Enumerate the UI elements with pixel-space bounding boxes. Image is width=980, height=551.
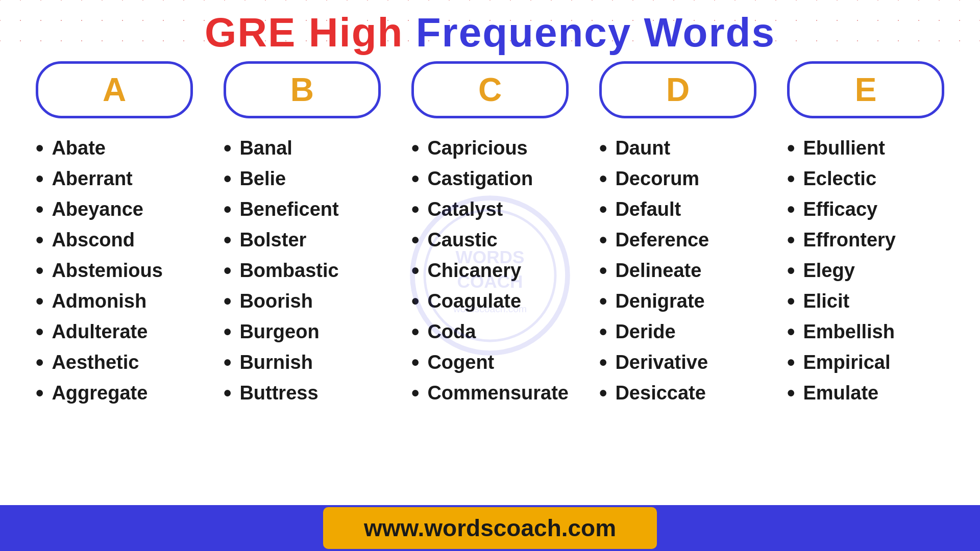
word-text: Adulterate bbox=[52, 321, 148, 343]
word-text: Desiccate bbox=[615, 382, 705, 404]
list-item: Capricious bbox=[411, 133, 569, 163]
footer-bar: www.wordscoach.com bbox=[0, 505, 980, 551]
list-item: Caustic bbox=[411, 224, 569, 255]
word-text: Commensurate bbox=[427, 382, 569, 404]
word-text: Abstemious bbox=[52, 260, 162, 282]
page-title: GRE High Frequency Words bbox=[0, 0, 980, 61]
word-text: Elegy bbox=[803, 260, 854, 282]
list-item: Aggregate bbox=[36, 378, 193, 408]
word-text: Decorum bbox=[615, 168, 699, 190]
column-header-c: C bbox=[411, 61, 569, 118]
word-list-c: CapriciousCastigationCatalystCausticChic… bbox=[411, 133, 569, 408]
column-header-a: A bbox=[36, 61, 193, 118]
word-text: Embellish bbox=[803, 321, 895, 343]
list-item: Efficacy bbox=[787, 194, 944, 224]
list-item: Burnish bbox=[224, 347, 381, 378]
list-item: Desiccate bbox=[599, 378, 756, 408]
word-text: Delineate bbox=[615, 260, 701, 282]
word-text: Catalyst bbox=[427, 198, 503, 220]
column-header-d: D bbox=[599, 61, 756, 118]
word-text: Default bbox=[615, 198, 681, 220]
list-item: Effrontery bbox=[787, 224, 944, 255]
word-list-a: AbateAberrantAbeyanceAbscondAbstemiousAd… bbox=[36, 133, 193, 408]
list-item: Aesthetic bbox=[36, 347, 193, 378]
word-text: Burgeon bbox=[239, 321, 319, 343]
columns-container: AAbateAberrantAbeyanceAbscondAbstemiousA… bbox=[0, 61, 980, 408]
list-item: Empirical bbox=[787, 347, 944, 378]
word-text: Cogent bbox=[427, 352, 494, 373]
word-text: Chicanery bbox=[427, 260, 521, 282]
word-text: Coda bbox=[427, 321, 476, 343]
word-text: Deference bbox=[615, 229, 709, 251]
list-item: Deference bbox=[599, 224, 756, 255]
list-item: Cogent bbox=[411, 347, 569, 378]
list-item: Bombastic bbox=[224, 255, 381, 286]
column-letter-a: A bbox=[103, 71, 126, 108]
list-item: Burgeon bbox=[224, 316, 381, 347]
list-item: Abstemious bbox=[36, 255, 193, 286]
word-text: Abate bbox=[52, 137, 106, 159]
list-item: Embellish bbox=[787, 316, 944, 347]
word-text: Belie bbox=[239, 168, 286, 190]
list-item: Delineate bbox=[599, 255, 756, 286]
column-e: EEbullientEclecticEfficacyEffronteryEleg… bbox=[772, 61, 960, 408]
footer-link-box: www.wordscoach.com bbox=[323, 507, 657, 549]
column-d: DDauntDecorumDefaultDeferenceDelineateDe… bbox=[584, 61, 772, 408]
word-text: Empirical bbox=[803, 352, 890, 373]
word-text: Abeyance bbox=[52, 198, 143, 220]
word-text: Efficacy bbox=[803, 198, 877, 220]
column-header-e: E bbox=[787, 61, 944, 118]
list-item: Chicanery bbox=[411, 255, 569, 286]
word-text: Banal bbox=[239, 137, 292, 159]
list-item: Catalyst bbox=[411, 194, 569, 224]
column-b: BBanalBelieBeneficentBolsterBombasticBoo… bbox=[208, 61, 396, 408]
list-item: Castigation bbox=[411, 163, 569, 194]
word-text: Deride bbox=[615, 321, 675, 343]
word-text: Effrontery bbox=[803, 229, 896, 251]
word-text: Castigation bbox=[427, 168, 533, 190]
column-c: CCapriciousCastigationCatalystCausticChi… bbox=[396, 61, 584, 408]
word-text: Aesthetic bbox=[52, 352, 139, 373]
word-list-e: EbullientEclecticEfficacyEffronteryElegy… bbox=[787, 133, 944, 408]
list-item: Belie bbox=[224, 163, 381, 194]
title-red: GRE High bbox=[205, 10, 416, 55]
list-item: Abate bbox=[36, 133, 193, 163]
list-item: Eclectic bbox=[787, 163, 944, 194]
word-text: Ebullient bbox=[803, 137, 885, 159]
list-item: Daunt bbox=[599, 133, 756, 163]
list-item: Default bbox=[599, 194, 756, 224]
list-item: Boorish bbox=[224, 286, 381, 316]
list-item: Deride bbox=[599, 316, 756, 347]
word-text: Abscond bbox=[52, 229, 135, 251]
column-letter-c: C bbox=[478, 71, 502, 108]
word-text: Admonish bbox=[52, 290, 146, 312]
list-item: Denigrate bbox=[599, 286, 756, 316]
list-item: Coagulate bbox=[411, 286, 569, 316]
list-item: Admonish bbox=[36, 286, 193, 316]
word-text: Aggregate bbox=[52, 382, 148, 404]
word-text: Denigrate bbox=[615, 290, 704, 312]
column-letter-d: D bbox=[666, 71, 690, 108]
word-text: Capricious bbox=[427, 137, 527, 159]
column-a: AAbateAberrantAbeyanceAbscondAbstemiousA… bbox=[20, 61, 208, 408]
word-text: Burnish bbox=[239, 352, 313, 373]
list-item: Elicit bbox=[787, 286, 944, 316]
list-item: Emulate bbox=[787, 378, 944, 408]
word-text: Beneficent bbox=[239, 198, 338, 220]
list-item: Bolster bbox=[224, 224, 381, 255]
word-list-b: BanalBelieBeneficentBolsterBombasticBoor… bbox=[224, 133, 381, 408]
title-blue: Frequency Words bbox=[416, 10, 775, 55]
list-item: Banal bbox=[224, 133, 381, 163]
word-text: Boorish bbox=[239, 290, 313, 312]
word-text: Emulate bbox=[803, 382, 878, 404]
list-item: Adulterate bbox=[36, 316, 193, 347]
word-text: Elicit bbox=[803, 290, 849, 312]
word-text: Aberrant bbox=[52, 168, 132, 190]
list-item: Aberrant bbox=[36, 163, 193, 194]
list-item: Ebullient bbox=[787, 133, 944, 163]
word-text: Derivative bbox=[615, 352, 708, 373]
word-list-d: DauntDecorumDefaultDeferenceDelineateDen… bbox=[599, 133, 756, 408]
column-letter-e: E bbox=[855, 71, 877, 108]
footer-url: www.wordscoach.com bbox=[364, 514, 616, 542]
word-text: Daunt bbox=[615, 137, 670, 159]
